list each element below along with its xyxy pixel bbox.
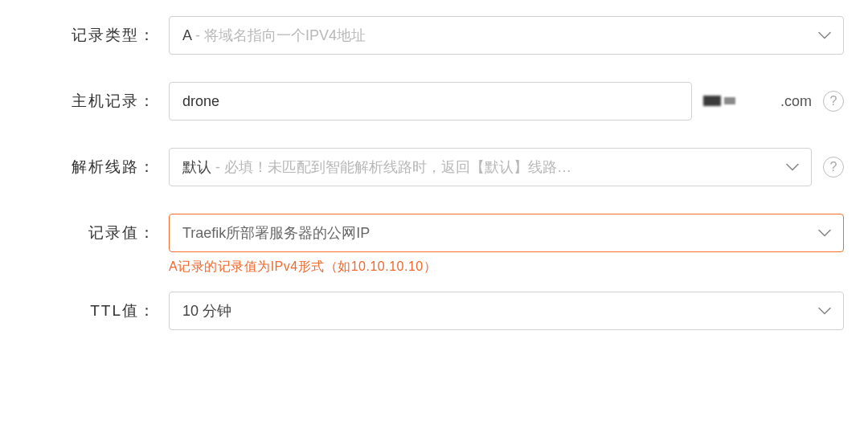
record-type-row: 记录类型： A - 将域名指向一个IPV4地址: [24, 16, 844, 55]
record-type-select[interactable]: A - 将域名指向一个IPV4地址: [169, 16, 844, 55]
chevron-down-icon: [817, 226, 832, 240]
line-control: 默认 - 必填！未匹配到智能解析线路时，返回【默认】线路… ?: [169, 148, 844, 186]
value-label: 记录值：: [24, 214, 169, 252]
line-label: 解析线路：: [24, 148, 169, 186]
ttl-value: 10 分钟: [182, 301, 231, 321]
host-input[interactable]: [169, 82, 692, 120]
record-value-error: A记录的记录值为IPv4形式（如10.10.10.10）: [169, 259, 844, 276]
record-type-control: A - 将域名指向一个IPV4地址: [169, 16, 844, 55]
line-hint: - 必填！未匹配到智能解析线路时，返回【默认】线路…: [211, 159, 571, 175]
record-type-value: A: [182, 27, 191, 43]
ttl-select[interactable]: 10 分钟: [169, 292, 844, 330]
chevron-down-icon: [785, 160, 800, 174]
record-type-label: 记录类型：: [24, 16, 169, 55]
ttl-control: 10 分钟: [169, 292, 844, 330]
record-value-input[interactable]: Traefik所部署服务器的公网IP: [169, 214, 844, 252]
chevron-down-icon: [817, 304, 832, 318]
host-label: 主机记录：: [24, 82, 169, 120]
domain-tld: .com: [780, 93, 812, 110]
record-type-hint: - 将域名指向一个IPV4地址: [191, 27, 366, 43]
line-row: 解析线路： 默认 - 必填！未匹配到智能解析线路时，返回【默认】线路… ?: [24, 148, 844, 186]
help-icon[interactable]: ?: [823, 157, 844, 178]
ttl-row: TTL值： 10 分钟: [24, 292, 844, 330]
ttl-label: TTL值：: [24, 292, 169, 330]
redacted-domain: [703, 94, 742, 108]
line-value: 默认: [182, 159, 211, 175]
line-select[interactable]: 默认 - 必填！未匹配到智能解析线路时，返回【默认】线路…: [169, 148, 812, 186]
help-icon[interactable]: ?: [823, 91, 844, 112]
host-domain-suffix: .com: [703, 93, 812, 110]
host-row: 主机记录： .com ?: [24, 82, 844, 120]
value-row: 记录值： Traefik所部署服务器的公网IP A记录的记录值为IPv4形式（如…: [24, 214, 844, 284]
value-control: Traefik所部署服务器的公网IP: [169, 214, 844, 252]
host-control: .com ?: [169, 82, 844, 120]
chevron-down-icon: [817, 28, 832, 43]
record-value-text: Traefik所部署服务器的公网IP: [182, 223, 370, 243]
